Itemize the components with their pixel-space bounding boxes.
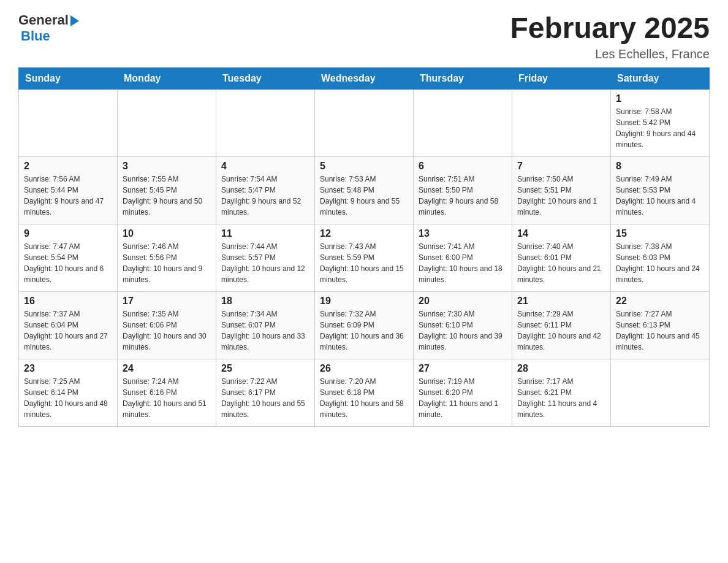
day-info: Sunrise: 7:30 AM Sunset: 6:10 PM Dayligh… [419, 308, 507, 353]
logo-blue-text: Blue [21, 28, 50, 44]
week-row-1: 1Sunrise: 7:58 AM Sunset: 5:42 PM Daylig… [19, 89, 710, 156]
day-number: 3 [123, 161, 211, 172]
day-info: Sunrise: 7:47 AM Sunset: 5:54 PM Dayligh… [24, 241, 112, 285]
calendar-cell: 13Sunrise: 7:41 AM Sunset: 6:00 PM Dayli… [414, 224, 512, 291]
weekday-header-friday: Friday [512, 67, 611, 89]
day-info: Sunrise: 7:20 AM Sunset: 6:18 PM Dayligh… [320, 376, 408, 420]
calendar-cell [512, 89, 611, 156]
day-info: Sunrise: 7:25 AM Sunset: 6:14 PM Dayligh… [24, 376, 112, 420]
day-info: Sunrise: 7:34 AM Sunset: 6:07 PM Dayligh… [221, 308, 309, 353]
day-number: 18 [221, 296, 309, 307]
day-info: Sunrise: 7:37 AM Sunset: 6:04 PM Dayligh… [24, 308, 112, 353]
calendar-cell: 25Sunrise: 7:22 AM Sunset: 6:17 PM Dayli… [216, 359, 315, 426]
day-number: 16 [24, 296, 112, 307]
calendar-cell: 14Sunrise: 7:40 AM Sunset: 6:01 PM Dayli… [512, 224, 611, 291]
location-title: Les Echelles, France [510, 47, 710, 61]
month-title: February 2025 [510, 12, 710, 45]
page-header: General Blue February 2025 Les Echelles,… [18, 12, 710, 61]
day-info: Sunrise: 7:53 AM Sunset: 5:48 PM Dayligh… [320, 174, 408, 218]
day-number: 9 [24, 228, 112, 239]
calendar-cell: 22Sunrise: 7:27 AM Sunset: 6:13 PM Dayli… [611, 291, 710, 359]
day-info: Sunrise: 7:19 AM Sunset: 6:20 PM Dayligh… [419, 376, 507, 420]
week-row-5: 23Sunrise: 7:25 AM Sunset: 6:14 PM Dayli… [19, 359, 710, 426]
day-number: 10 [123, 228, 211, 239]
calendar-cell [414, 89, 512, 156]
day-info: Sunrise: 7:29 AM Sunset: 6:11 PM Dayligh… [517, 308, 605, 353]
weekday-header-monday: Monday [118, 67, 216, 89]
day-number: 19 [320, 296, 408, 307]
logo: General Blue [18, 12, 79, 44]
day-info: Sunrise: 7:27 AM Sunset: 6:13 PM Dayligh… [616, 308, 704, 353]
calendar-cell: 23Sunrise: 7:25 AM Sunset: 6:14 PM Dayli… [19, 359, 118, 426]
calendar-cell [216, 89, 315, 156]
calendar-cell [19, 89, 118, 156]
calendar-cell: 18Sunrise: 7:34 AM Sunset: 6:07 PM Dayli… [216, 291, 315, 359]
calendar-cell: 21Sunrise: 7:29 AM Sunset: 6:11 PM Dayli… [512, 291, 611, 359]
day-info: Sunrise: 7:38 AM Sunset: 6:03 PM Dayligh… [616, 241, 704, 285]
day-number: 27 [419, 363, 507, 374]
calendar-cell: 10Sunrise: 7:46 AM Sunset: 5:56 PM Dayli… [118, 224, 216, 291]
week-row-3: 9Sunrise: 7:47 AM Sunset: 5:54 PM Daylig… [19, 224, 710, 291]
day-info: Sunrise: 7:22 AM Sunset: 6:17 PM Dayligh… [221, 376, 309, 420]
calendar-cell: 15Sunrise: 7:38 AM Sunset: 6:03 PM Dayli… [611, 224, 710, 291]
week-row-2: 2Sunrise: 7:56 AM Sunset: 5:44 PM Daylig… [19, 156, 710, 224]
day-number: 7 [517, 161, 605, 172]
day-number: 4 [221, 161, 309, 172]
day-info: Sunrise: 7:32 AM Sunset: 6:09 PM Dayligh… [320, 308, 408, 353]
day-number: 15 [616, 228, 704, 239]
day-number: 5 [320, 161, 408, 172]
day-info: Sunrise: 7:56 AM Sunset: 5:44 PM Dayligh… [24, 174, 112, 218]
day-number: 23 [24, 363, 112, 374]
calendar-cell: 3Sunrise: 7:55 AM Sunset: 5:45 PM Daylig… [118, 156, 216, 224]
day-info: Sunrise: 7:50 AM Sunset: 5:51 PM Dayligh… [517, 174, 605, 218]
weekday-header-thursday: Thursday [414, 67, 512, 89]
day-number: 11 [221, 228, 309, 239]
day-number: 22 [616, 296, 704, 307]
day-info: Sunrise: 7:51 AM Sunset: 5:50 PM Dayligh… [419, 174, 507, 218]
day-info: Sunrise: 7:46 AM Sunset: 5:56 PM Dayligh… [123, 241, 211, 285]
calendar-cell: 28Sunrise: 7:17 AM Sunset: 6:21 PM Dayli… [512, 359, 611, 426]
day-info: Sunrise: 7:49 AM Sunset: 5:53 PM Dayligh… [616, 174, 704, 218]
day-info: Sunrise: 7:58 AM Sunset: 5:42 PM Dayligh… [616, 106, 704, 150]
calendar-cell [118, 89, 216, 156]
calendar-cell: 12Sunrise: 7:43 AM Sunset: 5:59 PM Dayli… [315, 224, 414, 291]
day-number: 1 [616, 93, 704, 104]
day-number: 28 [517, 363, 605, 374]
day-info: Sunrise: 7:24 AM Sunset: 6:16 PM Dayligh… [123, 376, 211, 420]
day-number: 13 [419, 228, 507, 239]
calendar-cell: 8Sunrise: 7:49 AM Sunset: 5:53 PM Daylig… [611, 156, 710, 224]
calendar-cell: 6Sunrise: 7:51 AM Sunset: 5:50 PM Daylig… [414, 156, 512, 224]
weekday-header-tuesday: Tuesday [216, 67, 315, 89]
day-info: Sunrise: 7:43 AM Sunset: 5:59 PM Dayligh… [320, 241, 408, 285]
day-number: 20 [419, 296, 507, 307]
calendar-cell: 5Sunrise: 7:53 AM Sunset: 5:48 PM Daylig… [315, 156, 414, 224]
day-info: Sunrise: 7:35 AM Sunset: 6:06 PM Dayligh… [123, 308, 211, 353]
day-number: 24 [123, 363, 211, 374]
day-info: Sunrise: 7:40 AM Sunset: 6:01 PM Dayligh… [517, 241, 605, 285]
calendar-cell [315, 89, 414, 156]
day-info: Sunrise: 7:44 AM Sunset: 5:57 PM Dayligh… [221, 241, 309, 285]
calendar-cell: 11Sunrise: 7:44 AM Sunset: 5:57 PM Dayli… [216, 224, 315, 291]
logo-general-text: General [18, 12, 69, 28]
day-number: 26 [320, 363, 408, 374]
day-number: 2 [24, 161, 112, 172]
calendar-table: SundayMondayTuesdayWednesdayThursdayFrid… [18, 67, 710, 427]
day-number: 6 [419, 161, 507, 172]
calendar-cell: 16Sunrise: 7:37 AM Sunset: 6:04 PM Dayli… [19, 291, 118, 359]
title-section: February 2025 Les Echelles, France [510, 12, 710, 61]
day-number: 8 [616, 161, 704, 172]
weekday-header-wednesday: Wednesday [315, 67, 414, 89]
calendar-cell: 19Sunrise: 7:32 AM Sunset: 6:09 PM Dayli… [315, 291, 414, 359]
day-info: Sunrise: 7:17 AM Sunset: 6:21 PM Dayligh… [517, 376, 605, 420]
weekday-header-row: SundayMondayTuesdayWednesdayThursdayFrid… [19, 67, 710, 89]
day-number: 21 [517, 296, 605, 307]
calendar-cell: 26Sunrise: 7:20 AM Sunset: 6:18 PM Dayli… [315, 359, 414, 426]
logo-triangle-icon [70, 15, 79, 26]
day-info: Sunrise: 7:41 AM Sunset: 6:00 PM Dayligh… [419, 241, 507, 285]
day-number: 17 [123, 296, 211, 307]
calendar-cell: 20Sunrise: 7:30 AM Sunset: 6:10 PM Dayli… [414, 291, 512, 359]
calendar-cell: 27Sunrise: 7:19 AM Sunset: 6:20 PM Dayli… [414, 359, 512, 426]
day-number: 12 [320, 228, 408, 239]
calendar-cell: 2Sunrise: 7:56 AM Sunset: 5:44 PM Daylig… [19, 156, 118, 224]
day-info: Sunrise: 7:55 AM Sunset: 5:45 PM Dayligh… [123, 174, 211, 218]
